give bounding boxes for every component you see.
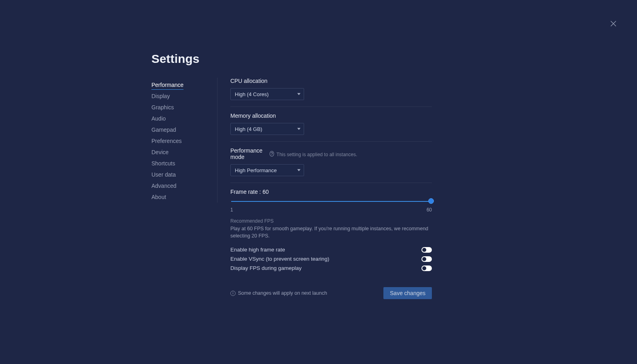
page-title: Settings bbox=[151, 52, 432, 66]
settings-footer: i Some changes will apply on next launch… bbox=[230, 287, 432, 299]
performance-mode-sublabel: This setting is applied to all instances… bbox=[276, 152, 432, 157]
toggle-row-vsync: Enable VSync (to prevent screen tearing) bbox=[230, 254, 432, 263]
memory-allocation-value: High (4 GB) bbox=[235, 126, 262, 132]
enable-high-frame-rate-label: Enable high frame rate bbox=[230, 247, 285, 253]
sidebar-item-display[interactable]: Display bbox=[151, 90, 210, 102]
save-changes-button[interactable]: Save changes bbox=[383, 287, 432, 299]
sidebar-item-graphics[interactable]: Graphics bbox=[151, 102, 210, 113]
section-memory-allocation: Memory allocation High (4 GB) bbox=[230, 107, 432, 142]
footer-note: i Some changes will apply on next launch bbox=[230, 290, 327, 296]
section-frame-rate: Frame rate : 60 1 60 Recommended FPS Pla… bbox=[230, 183, 432, 273]
enable-high-frame-rate-toggle[interactable] bbox=[421, 247, 432, 253]
memory-allocation-select[interactable]: High (4 GB) bbox=[230, 123, 304, 135]
caret-down-icon bbox=[297, 93, 300, 95]
display-fps-label: Display FPS during gameplay bbox=[230, 265, 302, 271]
frame-rate-min: 1 bbox=[230, 207, 233, 213]
settings-sidebar: Performance Display Graphics Audio Gamep… bbox=[151, 78, 218, 203]
frame-rate-max: 60 bbox=[427, 207, 432, 213]
slider-thumb[interactable] bbox=[428, 198, 434, 204]
sidebar-item-performance[interactable]: Performance bbox=[151, 79, 210, 90]
close-icon bbox=[610, 20, 617, 27]
frame-rate-label: Frame rate : 60 bbox=[230, 189, 432, 195]
frame-rate-slider[interactable] bbox=[231, 198, 431, 205]
toggle-row-display-fps: Display FPS during gameplay bbox=[230, 263, 432, 273]
sidebar-item-advanced[interactable]: Advanced bbox=[151, 180, 210, 191]
cpu-allocation-label: CPU allocation bbox=[230, 78, 432, 84]
performance-mode-select[interactable]: High Performance bbox=[230, 164, 304, 176]
caret-down-icon bbox=[297, 169, 300, 171]
enable-vsync-label: Enable VSync (to prevent screen tearing) bbox=[230, 256, 329, 262]
cpu-allocation-value: High (4 Cores) bbox=[235, 91, 269, 97]
performance-mode-label: Performance mode ? This setting is appli… bbox=[230, 147, 432, 160]
recommended-fps-body: Play at 60 FPS for smooth gameplay. If y… bbox=[230, 225, 432, 239]
sidebar-item-about[interactable]: About bbox=[151, 191, 210, 203]
help-icon[interactable]: ? bbox=[270, 151, 274, 157]
sidebar-item-audio[interactable]: Audio bbox=[151, 113, 210, 124]
sidebar-item-user-data[interactable]: User data bbox=[151, 169, 210, 180]
caret-down-icon bbox=[297, 128, 300, 130]
toggle-row-high-frame-rate: Enable high frame rate bbox=[230, 245, 432, 254]
section-performance-mode: Performance mode ? This setting is appli… bbox=[230, 142, 432, 183]
info-icon: i bbox=[230, 291, 236, 296]
memory-allocation-label: Memory allocation bbox=[230, 113, 432, 119]
section-cpu-allocation: CPU allocation High (4 Cores) bbox=[230, 78, 432, 107]
sidebar-item-device[interactable]: Device bbox=[151, 147, 210, 158]
settings-main: CPU allocation High (4 Cores) Memory all… bbox=[218, 78, 432, 299]
settings-page: Settings Performance Display Graphics Au… bbox=[151, 52, 432, 299]
sidebar-item-gamepad[interactable]: Gamepad bbox=[151, 124, 210, 135]
recommended-fps-title: Recommended FPS bbox=[230, 218, 432, 224]
close-button[interactable] bbox=[609, 19, 618, 28]
cpu-allocation-select[interactable]: High (4 Cores) bbox=[230, 88, 304, 100]
enable-vsync-toggle[interactable] bbox=[421, 256, 432, 262]
slider-track bbox=[231, 201, 431, 202]
sidebar-item-preferences[interactable]: Preferences bbox=[151, 135, 210, 147]
performance-mode-value: High Performance bbox=[235, 167, 277, 173]
sidebar-item-shortcuts[interactable]: Shortcuts bbox=[151, 158, 210, 169]
display-fps-toggle[interactable] bbox=[421, 265, 432, 271]
